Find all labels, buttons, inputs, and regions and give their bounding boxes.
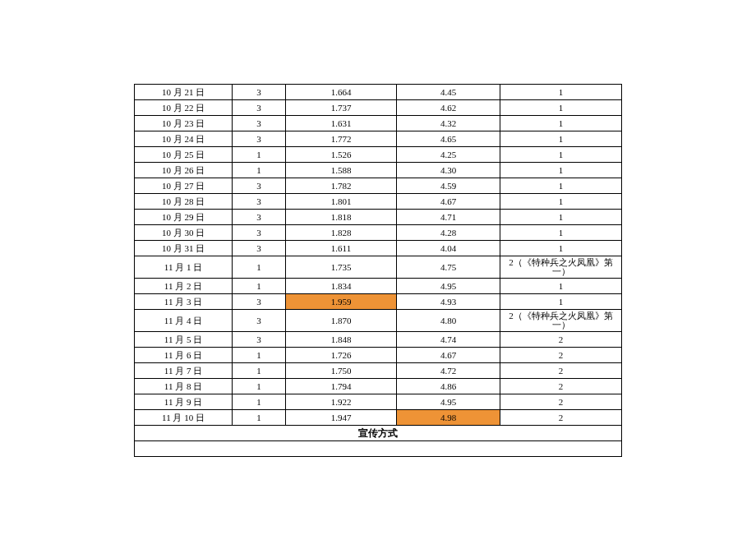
table-cell-a: 1	[233, 394, 286, 410]
table-cell-c: 4.67	[397, 348, 500, 363]
table-cell-a: 3	[233, 194, 286, 210]
table-cell-b: 1.848	[286, 332, 397, 348]
table-cell-a: 3	[233, 131, 286, 147]
table-cell-a: 1	[233, 256, 286, 279]
table-cell-date: 11 月 10 日	[135, 410, 233, 426]
table-cell-date: 10 月 24 日	[135, 131, 233, 147]
table-cell-d: 1	[500, 241, 622, 256]
table-cell-d: 2	[500, 363, 622, 379]
table-cell-d: 1	[500, 194, 622, 210]
table-row: 11 月 7 日11.7504.722	[135, 363, 622, 379]
table-cell-d: 2	[500, 348, 622, 363]
table-cell-d: 1	[500, 210, 622, 225]
table-cell-a: 3	[233, 100, 286, 116]
table-cell-a: 1	[233, 379, 286, 394]
table-cell-date: 11 月 2 日	[135, 279, 233, 294]
table-cell-d: 1	[500, 85, 622, 100]
table-cell-c: 4.95	[397, 394, 500, 410]
table-cell-d: 1	[500, 116, 622, 131]
table-cell-b: 1.834	[286, 279, 397, 294]
table-row: 11 月 9 日11.9224.952	[135, 394, 622, 410]
table-cell-d: 1	[500, 163, 622, 178]
table-cell-c: 4.93	[397, 294, 500, 310]
table-cell-b: 1.664	[286, 85, 397, 100]
table-cell-c: 4.75	[397, 256, 500, 279]
table-cell-a: 3	[233, 241, 286, 256]
section-header-cell: 宣传方式	[135, 426, 622, 441]
table-cell-b: 1.959	[286, 294, 397, 310]
table-cell-a: 1	[233, 410, 286, 426]
table-cell-b: 1.735	[286, 256, 397, 279]
table-cell-d: 2（《特种兵之火凤凰》第一）	[500, 256, 622, 279]
table-cell-c: 4.59	[397, 178, 500, 194]
table-cell-d: 2	[500, 394, 622, 410]
table-empty-row	[135, 441, 622, 457]
table-cell-date: 10 月 25 日	[135, 147, 233, 163]
table-cell-b: 1.726	[286, 348, 397, 363]
table-cell-c: 4.95	[397, 279, 500, 294]
table-section-header-row: 宣传方式	[135, 426, 622, 441]
table-cell-c: 4.28	[397, 225, 500, 241]
table-cell-a: 3	[233, 294, 286, 310]
table-cell-d: 1	[500, 147, 622, 163]
table-cell-date: 10 月 30 日	[135, 225, 233, 241]
table-cell-d: 2	[500, 410, 622, 426]
empty-cell	[135, 441, 622, 457]
table-row: 10 月 25 日11.5264.251	[135, 147, 622, 163]
table-cell-date: 10 月 22 日	[135, 100, 233, 116]
table-cell-a: 1	[233, 279, 286, 294]
table-row: 11 月 6 日11.7264.672	[135, 348, 622, 363]
table-row: 10 月 21 日31.6644.451	[135, 85, 622, 100]
table-cell-b: 1.922	[286, 394, 397, 410]
table-cell-c: 4.04	[397, 241, 500, 256]
table-cell-date: 10 月 27 日	[135, 178, 233, 194]
table-cell-c: 4.67	[397, 194, 500, 210]
document-page: 10 月 21 日31.6644.45110 月 22 日31.7374.621…	[0, 0, 756, 535]
table-row: 11 月 3 日31.9594.931	[135, 294, 622, 310]
table-cell-date: 11 月 6 日	[135, 348, 233, 363]
table-cell-c: 4.98	[397, 410, 500, 426]
table-cell-date: 11 月 9 日	[135, 394, 233, 410]
table-cell-d: 2	[500, 379, 622, 394]
table-row: 10 月 26 日11.5884.301	[135, 163, 622, 178]
table-row: 10 月 28 日31.8014.671	[135, 194, 622, 210]
table-cell-d: 1	[500, 294, 622, 310]
table-row: 10 月 22 日31.7374.621	[135, 100, 622, 116]
table-cell-b: 1.772	[286, 131, 397, 147]
table-cell-a: 3	[233, 116, 286, 131]
table-cell-a: 1	[233, 348, 286, 363]
table-cell-c: 4.25	[397, 147, 500, 163]
table-cell-d: 1	[500, 279, 622, 294]
table-row: 11 月 8 日11.7944.862	[135, 379, 622, 394]
table-cell-b: 1.870	[286, 310, 397, 332]
table-cell-b: 1.818	[286, 210, 397, 225]
table-cell-b: 1.947	[286, 410, 397, 426]
table-row: 10 月 30 日31.8284.281	[135, 225, 622, 241]
table-body: 10 月 21 日31.6644.45110 月 22 日31.7374.621…	[135, 85, 622, 426]
table-cell-date: 11 月 3 日	[135, 294, 233, 310]
table-cell-b: 1.782	[286, 178, 397, 194]
table-cell-date: 10 月 31 日	[135, 241, 233, 256]
table-cell-date: 11 月 4 日	[135, 310, 233, 332]
table-cell-date: 11 月 1 日	[135, 256, 233, 279]
table-cell-a: 3	[233, 85, 286, 100]
table-cell-d: 1	[500, 225, 622, 241]
table-cell-c: 4.45	[397, 85, 500, 100]
table-cell-date: 10 月 29 日	[135, 210, 233, 225]
table-cell-a: 3	[233, 332, 286, 348]
table-cell-date: 10 月 26 日	[135, 163, 233, 178]
table-row: 11 月 1 日11.7354.752（《特种兵之火凤凰》第一）	[135, 256, 622, 279]
table-cell-b: 1.737	[286, 100, 397, 116]
table-cell-b: 1.794	[286, 379, 397, 394]
table-cell-c: 4.74	[397, 332, 500, 348]
table-cell-date: 11 月 7 日	[135, 363, 233, 379]
table-cell-b: 1.828	[286, 225, 397, 241]
table-cell-d: 1	[500, 178, 622, 194]
table-row: 11 月 10 日11.9474.982	[135, 410, 622, 426]
table-cell-date: 11 月 8 日	[135, 379, 233, 394]
table-row: 11 月 2 日11.8344.951	[135, 279, 622, 294]
table-cell-c: 4.71	[397, 210, 500, 225]
ratings-table: 10 月 21 日31.6644.45110 月 22 日31.7374.621…	[134, 84, 622, 457]
table-cell-c: 4.72	[397, 363, 500, 379]
table-cell-b: 1.631	[286, 116, 397, 131]
